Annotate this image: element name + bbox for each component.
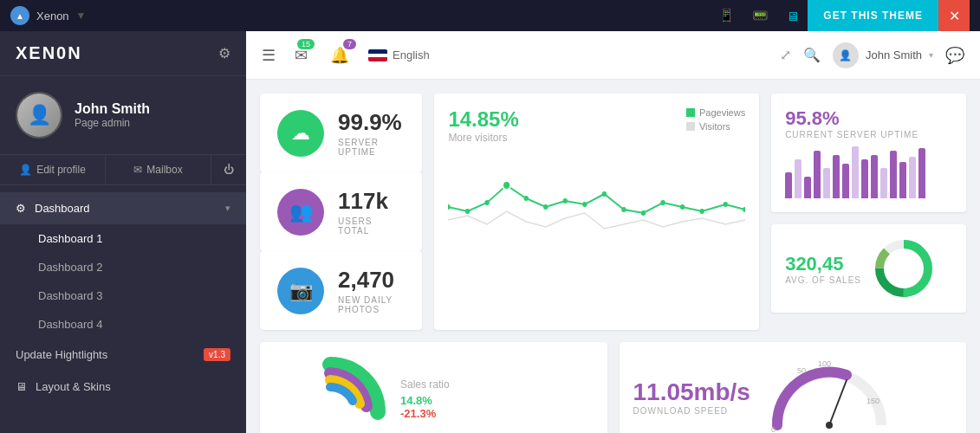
- top-bar-left: ▲ Xenon ▼: [10, 6, 86, 25]
- svg-point-11: [661, 200, 665, 205]
- gauge-label-150: 150: [866, 397, 879, 405]
- tablet-device-btn[interactable]: 📟: [743, 4, 777, 27]
- sidebar-gear-icon[interactable]: ⚙: [218, 45, 230, 61]
- alerts-button[interactable]: 🔔 7: [327, 42, 353, 68]
- speed-info: 11.05mb/s DOWNLOAD SPEED: [633, 378, 750, 416]
- header-user-chevron: ▾: [929, 50, 933, 60]
- uptime-label: SERVER UPTIME: [338, 138, 405, 157]
- bar-3: [804, 177, 811, 198]
- nav-item-layout[interactable]: 🖥 Layout & Skins: [0, 371, 246, 403]
- bar-9: [861, 159, 868, 198]
- svg-point-9: [622, 207, 626, 212]
- hamburger-button[interactable]: ☰: [262, 46, 276, 65]
- stats-column-left: ☁ 99.9% SERVER UPTIME 👥 117k USERS TOTAL: [260, 94, 422, 330]
- bar-4: [814, 151, 821, 198]
- search-button[interactable]: 🔍: [803, 47, 821, 63]
- svg-line-20: [829, 380, 847, 425]
- chat-button[interactable]: 💬: [945, 46, 964, 65]
- sidebar-item-dashboard3[interactable]: Dashboard 3: [0, 281, 246, 310]
- bar-15: [918, 148, 925, 198]
- svg-point-21: [826, 422, 833, 429]
- gauge-label-0: 0: [771, 425, 776, 433]
- notifications-button[interactable]: ✉ 15: [291, 42, 311, 68]
- edit-profile-button[interactable]: 👤 Edit profile: [0, 155, 106, 184]
- legend-pageviews: Pageviews: [686, 107, 745, 118]
- close-button[interactable]: ✕: [938, 0, 970, 31]
- radial-percent-green: 14.8%: [400, 394, 450, 407]
- notifications-badge: 15: [297, 39, 315, 49]
- avatar-image: 👤: [17, 94, 61, 137]
- users-label: USERS TOTAL: [338, 216, 405, 236]
- header-left: ☰ ✉ 15 🔔 7 English: [262, 42, 430, 68]
- sidebar-item-dashboard4[interactable]: Dashboard 4: [0, 310, 246, 339]
- get-theme-button[interactable]: GET THIS THEME: [808, 0, 938, 31]
- chart-subtitle: More visitors: [448, 132, 518, 144]
- gauge-wrap: 0 100 50 150: [764, 356, 894, 433]
- user-section: 👤 John Smith Page admin: [0, 76, 246, 155]
- speed-value: 11.05mb/s: [633, 378, 750, 406]
- svg-point-8: [602, 191, 607, 197]
- power-button[interactable]: ⏻: [211, 155, 246, 184]
- bar-14: [909, 157, 916, 198]
- donut-chart: [873, 238, 934, 299]
- speed-content: 11.05mb/s DOWNLOAD SPEED: [633, 356, 953, 433]
- server-bar-chart: [785, 146, 952, 198]
- content-area: ☰ ✉ 15 🔔 7 English ⤢ 🔍 👤: [246, 31, 980, 433]
- sales-info: 320,45 AVG. OF SALES: [785, 253, 861, 285]
- language-button[interactable]: English: [368, 48, 430, 61]
- user-menu-button[interactable]: 👤 John Smith ▾: [833, 42, 933, 68]
- sidebar-brand: XEN0N: [16, 43, 82, 63]
- dashboard-content: ☁ 99.9% SERVER UPTIME 👥 117k USERS TOTAL: [246, 80, 980, 433]
- gauge-label-50: 50: [797, 366, 806, 375]
- legend-visitors-label: Visitors: [699, 121, 730, 132]
- right-stats-column: 95.8% CURRENT SERVER UPTIME: [771, 94, 966, 330]
- flag-icon: [368, 49, 387, 61]
- user-name: John Smith: [75, 101, 150, 117]
- mobile-device-btn[interactable]: 📱: [710, 4, 743, 27]
- bar-10: [871, 155, 878, 198]
- chart-legend: Pageviews Visitors: [686, 107, 745, 132]
- bar-5: [823, 168, 830, 198]
- nav-item-layout-main: 🖥 Layout & Skins: [16, 380, 111, 393]
- header-right: ⤢ 🔍 👤 John Smith ▾ 💬: [780, 42, 964, 68]
- nav-item-dashboard[interactable]: ⚙ Dashboard ▾: [0, 192, 246, 224]
- svg-point-6: [563, 198, 568, 204]
- top-bar: ▲ Xenon ▼ 📱 📟 🖥 GET THIS THEME ✕: [0, 0, 980, 31]
- svg-point-3: [503, 181, 511, 190]
- stat-photos-info: 2,470 NEW DAILY PHOTOS: [338, 267, 405, 314]
- svg-point-5: [543, 204, 548, 210]
- photos-value: 2,470: [338, 267, 405, 294]
- stat-card-uptime: ☁ 99.9% SERVER UPTIME: [260, 94, 422, 172]
- chart-title-area: 14.85% More visitors: [448, 107, 518, 144]
- stat-uptime-info: 99.9% SERVER UPTIME: [338, 109, 405, 157]
- top-bar-right: 📱 📟 🖥 GET THIS THEME ✕: [710, 0, 970, 31]
- bar-13: [899, 162, 906, 198]
- dropdown-arrow: ▼: [76, 10, 87, 22]
- header-bar: ☰ ✉ 15 🔔 7 English ⤢ 🔍 👤: [246, 31, 980, 80]
- sidebar-item-dashboard1[interactable]: Dashboard 1: [0, 224, 246, 253]
- edit-profile-label: Edit profile: [36, 164, 86, 176]
- mail-icon: ✉: [133, 164, 142, 176]
- app-logo-icon: ▲: [10, 6, 29, 25]
- header-user-name: John Smith: [866, 48, 922, 61]
- expand-button[interactable]: ⤢: [780, 47, 791, 63]
- server-uptime-value: 95.8%: [785, 107, 952, 130]
- monitor-icon: 🖥: [16, 380, 27, 393]
- gauge-label-100: 100: [818, 359, 831, 368]
- nav-item-update-highlights[interactable]: Update Hightlights v1.3: [0, 339, 246, 371]
- nav-update-label: Update Hightlights: [16, 348, 107, 361]
- user-thumbnail: 👤: [833, 42, 859, 68]
- line-chart: [448, 151, 745, 255]
- user-role: Page admin: [75, 117, 150, 129]
- chevron-down-icon: ▾: [225, 203, 230, 214]
- update-badge: v1.3: [204, 348, 230, 361]
- radial-chart-card: Sales ratio 14.8% -21.3%: [260, 342, 607, 433]
- bar-7: [842, 164, 849, 198]
- bar-2: [795, 159, 802, 198]
- desktop-device-btn[interactable]: 🖥: [777, 5, 808, 27]
- svg-point-7: [583, 202, 587, 207]
- sales-value: 320,45: [785, 253, 861, 275]
- mailbox-button[interactable]: ✉ Mailbox: [106, 155, 211, 184]
- sidebar-item-dashboard2[interactable]: Dashboard 2: [0, 253, 246, 281]
- svg-point-14: [724, 202, 728, 207]
